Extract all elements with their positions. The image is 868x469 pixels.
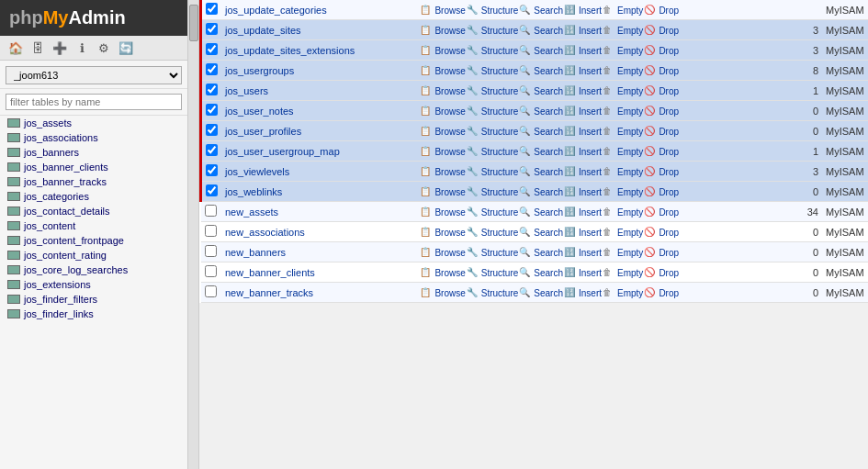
action-empty-btn[interactable]: 🗑Empty [603,126,643,137]
db-select[interactable]: _joom613 [6,66,182,84]
action-browse-btn[interactable]: 📋Browse [420,85,465,96]
add-icon[interactable]: ➕ [51,39,68,56]
row-checkbox[interactable] [205,245,217,257]
home-icon[interactable]: 🏠 [7,39,24,56]
refresh-icon[interactable]: 🔄 [118,39,134,56]
action-insert-btn[interactable]: 🔢Insert [564,247,602,258]
action-structure-btn[interactable]: 🔧Structure [467,247,519,258]
action-drop-btn[interactable]: 🚫Drop [644,65,679,76]
table-name-link[interactable]: jos_usergroups [225,65,294,76]
action-browse-btn[interactable]: 📋Browse [420,5,465,16]
row-checkbox[interactable] [206,104,218,116]
sidebar-table-item[interactable]: jos_banners [0,145,187,160]
row-checkbox[interactable] [205,205,217,217]
row-checkbox[interactable] [206,43,218,55]
action-empty-btn[interactable]: 🗑Empty [603,106,643,117]
action-drop-btn[interactable]: 🚫Drop [644,146,679,157]
action-insert-btn[interactable]: 🔢Insert [564,227,602,238]
action-drop-btn[interactable]: 🚫Drop [644,166,679,177]
row-checkbox[interactable] [206,184,218,196]
sidebar-table-item[interactable]: jos_core_log_searches [0,262,187,277]
action-drop-btn[interactable]: 🚫Drop [644,106,679,117]
action-drop-btn[interactable]: 🚫Drop [644,25,679,36]
action-browse-btn[interactable]: 📋Browse [420,287,465,298]
table-name-link[interactable]: jos_user_notes [225,106,294,117]
action-empty-btn[interactable]: 🗑Empty [603,5,643,16]
action-insert-btn[interactable]: 🔢Insert [564,45,602,56]
action-drop-btn[interactable]: 🚫Drop [644,267,679,278]
row-checkbox[interactable] [206,3,218,15]
action-browse-btn[interactable]: 📋Browse [420,65,465,76]
action-browse-btn[interactable]: 📋Browse [420,146,465,157]
action-empty-btn[interactable]: 🗑Empty [603,146,643,157]
table-name-link[interactable]: new_banners [225,247,286,258]
action-search-btn[interactable]: 🔍Search [519,227,563,238]
action-search-btn[interactable]: 🔍Search [519,166,563,177]
action-structure-btn[interactable]: 🔧Structure [467,287,519,298]
sidebar-table-item[interactable]: jos_assets [0,116,187,130]
action-insert-btn[interactable]: 🔢Insert [564,267,602,278]
action-empty-btn[interactable]: 🗑Empty [603,247,643,258]
sidebar-table-item[interactable]: jos_categories [0,189,187,204]
table-name-link[interactable]: jos_update_sites [225,25,301,36]
action-drop-btn[interactable]: 🚫Drop [644,207,679,218]
action-insert-btn[interactable]: 🔢Insert [564,166,602,177]
action-drop-btn[interactable]: 🚫Drop [644,85,679,96]
action-search-btn[interactable]: 🔍Search [519,106,563,117]
action-empty-btn[interactable]: 🗑Empty [603,25,643,36]
action-structure-btn[interactable]: 🔧Structure [467,267,519,278]
action-browse-btn[interactable]: 📋Browse [420,207,465,218]
action-structure-btn[interactable]: 🔧Structure [467,5,519,16]
table-name-link[interactable]: new_banner_tracks [225,287,313,298]
action-browse-btn[interactable]: 📋Browse [420,186,465,197]
action-empty-btn[interactable]: 🗑Empty [603,287,643,298]
action-search-btn[interactable]: 🔍Search [519,207,563,218]
action-search-btn[interactable]: 🔍Search [519,186,563,197]
sidebar-table-item[interactable]: jos_banner_tracks [0,174,187,189]
action-search-btn[interactable]: 🔍Search [519,126,563,137]
table-name-link[interactable]: new_assets [225,207,278,218]
row-checkbox[interactable] [205,265,217,277]
action-browse-btn[interactable]: 📋Browse [420,45,465,56]
action-drop-btn[interactable]: 🚫Drop [644,126,679,137]
action-structure-btn[interactable]: 🔧Structure [467,25,519,36]
info-icon[interactable]: ℹ [73,39,90,56]
action-structure-btn[interactable]: 🔧Structure [467,45,519,56]
action-search-btn[interactable]: 🔍Search [519,5,563,16]
action-structure-btn[interactable]: 🔧Structure [467,85,519,96]
table-name-link[interactable]: jos_user_usergroup_map [225,146,340,157]
action-search-btn[interactable]: 🔍Search [519,65,563,76]
action-search-btn[interactable]: 🔍Search [519,85,563,96]
action-structure-btn[interactable]: 🔧Structure [467,227,519,238]
action-insert-btn[interactable]: 🔢Insert [564,85,602,96]
action-search-btn[interactable]: 🔍Search [519,267,563,278]
action-empty-btn[interactable]: 🗑Empty [603,166,643,177]
action-empty-btn[interactable]: 🗑Empty [603,227,643,238]
sidebar-table-item[interactable]: jos_extensions [0,277,187,292]
table-name-link[interactable]: jos_update_sites_extensions [225,45,355,56]
action-insert-btn[interactable]: 🔢Insert [564,25,602,36]
action-insert-btn[interactable]: 🔢Insert [564,5,602,16]
row-checkbox[interactable] [206,144,218,156]
action-insert-btn[interactable]: 🔢Insert [564,146,602,157]
row-checkbox[interactable] [206,84,218,95]
action-structure-btn[interactable]: 🔧Structure [467,146,519,157]
sidebar-table-item[interactable]: jos_contact_details [0,204,187,218]
action-empty-btn[interactable]: 🗑Empty [603,267,643,278]
action-drop-btn[interactable]: 🚫Drop [644,287,679,298]
action-browse-btn[interactable]: 📋Browse [420,106,465,117]
action-browse-btn[interactable]: 📋Browse [420,267,465,278]
action-search-btn[interactable]: 🔍Search [519,247,563,258]
sidebar-table-item[interactable]: jos_associations [0,130,187,145]
sidebar-table-item[interactable]: jos_finder_filters [0,292,187,307]
left-scrollbar[interactable] [188,0,199,469]
action-insert-btn[interactable]: 🔢Insert [564,207,602,218]
row-checkbox[interactable] [206,124,218,136]
db-icon[interactable]: 🗄 [29,39,46,56]
table-name-link[interactable]: jos_users [225,85,268,96]
action-empty-btn[interactable]: 🗑Empty [603,65,643,76]
action-insert-btn[interactable]: 🔢Insert [564,106,602,117]
sidebar-table-item[interactable]: jos_content [0,218,187,233]
action-insert-btn[interactable]: 🔢Insert [564,186,602,197]
settings-icon[interactable]: ⚙ [96,39,112,56]
